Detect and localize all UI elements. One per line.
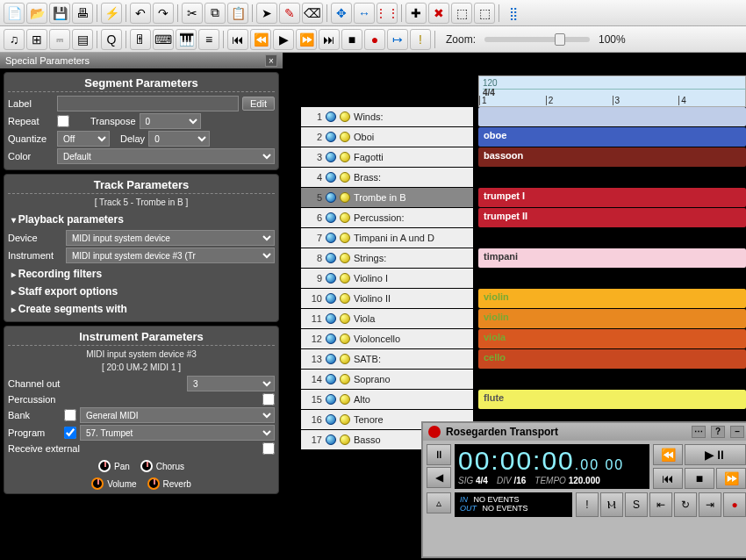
program-checkbox[interactable] xyxy=(64,427,76,439)
record-led[interactable] xyxy=(340,354,350,364)
record-led[interactable] xyxy=(340,253,350,263)
segment-label-input[interactable] xyxy=(57,96,239,111)
tp-rewind-start-button[interactable]: ⏮ xyxy=(653,468,683,489)
mute-led[interactable] xyxy=(326,273,336,284)
record-led[interactable] xyxy=(340,394,350,405)
mute-led[interactable] xyxy=(326,394,336,405)
copy-icon[interactable]: ⧉ xyxy=(204,3,226,24)
window-help-icon[interactable]: ? xyxy=(711,426,725,438)
record-led[interactable] xyxy=(340,212,350,223)
instrument-select[interactable]: MIDI input system device #3 (Tr xyxy=(66,248,275,263)
track-row[interactable]: 1 Winds: xyxy=(301,107,473,126)
tp-metronome-button[interactable]: Ⲙ xyxy=(600,492,623,517)
matrix-editor-icon[interactable]: ⊞ xyxy=(26,29,47,50)
open-file-icon[interactable]: 📂 xyxy=(26,3,47,24)
staff-export-header[interactable]: Staff export options xyxy=(8,283,275,300)
record-led[interactable] xyxy=(340,192,350,203)
mute-led[interactable] xyxy=(326,293,336,304)
segment[interactable]: viola xyxy=(478,329,746,348)
mute-led[interactable] xyxy=(326,132,336,142)
recording-filters-header[interactable]: Recording filters xyxy=(8,265,275,283)
tp-ffwd-button[interactable]: ⏩ xyxy=(716,468,746,489)
device-manager-icon[interactable]: ⌨ xyxy=(153,29,174,50)
ffwd-end-icon[interactable]: ⏭ xyxy=(319,29,340,50)
device-select[interactable]: MIDI input system device xyxy=(66,230,275,246)
split-tool-icon[interactable]: ⋮⋮ xyxy=(377,3,398,24)
redo-icon[interactable]: ↷ xyxy=(153,3,174,24)
record-led[interactable] xyxy=(340,111,350,122)
track-row[interactable]: 15 Alto xyxy=(301,390,473,409)
track-row[interactable]: 3 Fagotti xyxy=(301,147,473,167)
record-led[interactable] xyxy=(340,414,350,425)
tp-loop-start-button[interactable]: ⇤ xyxy=(649,492,672,517)
pan-knob[interactable] xyxy=(98,460,111,472)
mute-led[interactable] xyxy=(326,334,336,344)
record-led[interactable] xyxy=(340,434,350,445)
transport-titlebar[interactable]: Rosegarden Transport ⋯ ? – xyxy=(423,423,746,441)
channel-out-select[interactable]: 3 xyxy=(187,376,275,391)
track-down-icon[interactable]: ⬚ xyxy=(474,3,495,24)
segment[interactable]: trumpet I xyxy=(478,188,746,207)
volume-knob[interactable] xyxy=(91,477,104,490)
transpose-select[interactable]: 0 xyxy=(140,113,201,129)
segment[interactable]: bassoon xyxy=(478,147,746,167)
record-led[interactable] xyxy=(340,374,350,384)
bank-select[interactable]: General MIDI xyxy=(80,407,275,423)
tp-expand-button[interactable]: ▵ xyxy=(427,492,451,513)
track-row[interactable]: 7 Timpani in A und D xyxy=(301,228,473,248)
mute-led[interactable] xyxy=(326,192,336,203)
config-dots-icon[interactable]: ⣿ xyxy=(503,3,524,24)
delete-track-icon[interactable]: ✖ xyxy=(428,3,449,24)
track-up-icon[interactable]: ⬚ xyxy=(451,3,472,24)
mute-led[interactable] xyxy=(326,414,336,425)
mute-led[interactable] xyxy=(326,152,336,162)
rewind-icon[interactable]: ⏪ xyxy=(250,29,271,50)
cut-icon[interactable]: ✂ xyxy=(182,3,203,24)
color-select[interactable]: Default xyxy=(57,148,275,164)
record-led[interactable] xyxy=(340,334,350,344)
record-led[interactable] xyxy=(340,233,350,243)
record-led[interactable] xyxy=(340,313,350,324)
play-icon[interactable]: ▶ xyxy=(273,29,294,50)
receive-external-checkbox[interactable] xyxy=(262,442,275,455)
tp-rewind-button[interactable]: ⏪ xyxy=(653,444,683,465)
mute-led[interactable] xyxy=(326,111,336,122)
delay-select[interactable]: 0 xyxy=(148,131,210,147)
erase-tool-icon[interactable]: ⌫ xyxy=(302,3,323,24)
mute-led[interactable] xyxy=(326,434,336,445)
segment[interactable]: oboe xyxy=(478,127,746,147)
segment[interactable] xyxy=(478,107,746,126)
pointer-tool-icon[interactable]: ➤ xyxy=(256,3,277,24)
track-row[interactable]: 11 Viola xyxy=(301,309,473,328)
segment[interactable]: timpani xyxy=(478,248,746,268)
notation-editor-icon[interactable]: ♫ xyxy=(4,29,25,50)
transport-window[interactable]: Rosegarden Transport ⋯ ? – ⏸ ◀ 00:00:00.… xyxy=(421,421,746,558)
edit-label-button[interactable]: Edit xyxy=(242,97,275,111)
mute-led[interactable] xyxy=(326,354,336,364)
track-row[interactable]: 13 SATB: xyxy=(301,349,473,369)
add-track-icon[interactable]: ✚ xyxy=(405,3,427,24)
track-row[interactable]: 4 Brass: xyxy=(301,168,473,187)
record-icon[interactable]: ● xyxy=(364,29,385,50)
track-row[interactable]: 10 Violino II xyxy=(301,289,473,308)
tp-stop-button[interactable]: ■ xyxy=(685,468,714,489)
audio-manager-icon[interactable]: ≡ xyxy=(198,29,219,50)
record-led[interactable] xyxy=(340,132,350,142)
tp-left-arrow-button[interactable]: ◀ xyxy=(427,467,451,488)
track-row[interactable]: 14 Soprano xyxy=(301,370,473,389)
track-row[interactable]: 12 Violoncello xyxy=(301,329,473,348)
program-select[interactable]: 57. Trumpet xyxy=(80,425,275,441)
record-led[interactable] xyxy=(340,293,350,304)
tp-panic-button[interactable]: ! xyxy=(576,492,599,517)
playback-params-header[interactable]: Playback parameters xyxy=(8,211,275,228)
mixer-icon[interactable]: 🎚 xyxy=(130,29,151,50)
mute-led[interactable] xyxy=(326,172,336,183)
track-row[interactable]: 5 Trombe in B xyxy=(301,188,473,207)
audio-editor-icon[interactable]: ⎓ xyxy=(49,29,70,50)
ruler[interactable]: 120 4/4 1234 xyxy=(478,75,746,107)
mute-led[interactable] xyxy=(326,313,336,324)
bank-checkbox[interactable] xyxy=(64,409,76,421)
track-row[interactable]: 8 Strings: xyxy=(301,248,473,268)
tp-solo-button[interactable]: S xyxy=(625,492,648,517)
segment[interactable]: flute xyxy=(478,390,746,409)
